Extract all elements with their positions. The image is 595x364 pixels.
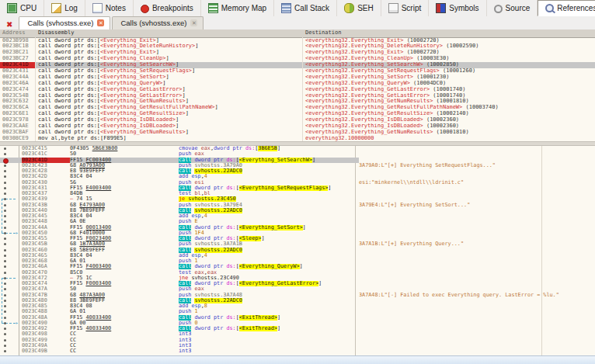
view-tab-breakpoints[interactable]: Breakpoints <box>134 0 201 16</box>
table-row[interactable]: 0023C6CAcall dword ptr ds:[<Everything_G… <box>0 105 595 111</box>
disasm-row[interactable]: 0023C47085C0test eax,eax <box>0 270 595 276</box>
table-row[interactable]: 0023CAAEcall dword ptr ds:[<Everything_I… <box>0 123 595 130</box>
instruction-dot-icon[interactable] <box>4 265 6 268</box>
breakpoint-gutter[interactable] <box>0 270 22 276</box>
instruction-dot-icon[interactable] <box>4 305 6 307</box>
view-tab-memory-map[interactable]: Memory Map <box>201 0 274 16</box>
view-tab-call-stack[interactable]: Call Stack <box>274 0 337 16</box>
breakpoint-gutter[interactable] <box>0 348 22 354</box>
instruction-dot-icon[interactable] <box>4 310 6 313</box>
doc-tab-0[interactable]: Calls (svhostss.exe)✕ <box>19 16 110 29</box>
disasm-row[interactable]: 0023C455FF15 F0023400call dword ptr ds:[… <box>0 236 595 241</box>
instruction-dot-icon[interactable] <box>4 283 6 285</box>
table-row[interactable]: 0023CBAFcall dword ptr ds:[<Everything_G… <box>0 130 595 136</box>
breakpoint-gutter[interactable] <box>0 338 22 343</box>
instruction-dot-icon[interactable] <box>4 192 6 195</box>
instruction-dot-icon[interactable] <box>4 237 6 240</box>
breakpoint-gutter[interactable] <box>0 213 22 219</box>
table-row[interactable]: 0023BC27call dword ptr ds:[<Everything_C… <box>0 56 595 62</box>
instruction-dot-icon[interactable] <box>4 249 6 251</box>
instruction-dot-icon[interactable] <box>4 288 6 290</box>
instruction-dot-icon[interactable] <box>4 210 6 212</box>
instruction-dot-icon[interactable] <box>4 243 6 245</box>
table-row[interactable]: 0023B998call dword ptr ds:[<Everything_E… <box>0 38 595 44</box>
instruction-dot-icon[interactable] <box>4 350 6 352</box>
column-header-destination[interactable]: Destination <box>303 29 595 37</box>
disasm-row[interactable]: 0023C472– 75 1Cjne svhostss.23C490 <box>0 276 595 281</box>
table-row[interactable]: 0023C431call dword ptr ds:[<Everything_S… <box>0 68 595 75</box>
disasm-row[interactable]: 0023C47B68 487A3A00push svhostss.3A7A483… <box>0 293 595 298</box>
disasm-row[interactable]: 0023C48AFF15 40033400call dword ptr ds:[… <box>0 315 595 321</box>
breakpoint-gutter[interactable] <box>0 241 22 247</box>
disasm-row[interactable]: 0023C431FF15 E4003400call dword ptr ds:[… <box>0 185 595 191</box>
disasm-row[interactable]: 0023C439– 74 15je svhostss.23C450 <box>0 196 595 202</box>
disasm-row[interactable]: 0023C42368 A0793A00push svhostss.3A79A03… <box>0 163 595 168</box>
disasm-row[interactable]: 0023C499CCint3 <box>0 338 595 343</box>
breakpoint-gutter[interactable] <box>0 208 22 213</box>
breakpoint-gutter[interactable] <box>0 264 22 269</box>
instruction-dot-icon[interactable] <box>4 272 6 274</box>
disasm-row[interactable]: 0023C46583C4 04add esp,4 <box>0 253 595 258</box>
instruction-dot-icon[interactable] <box>4 322 6 324</box>
instruction-dot-icon[interactable] <box>4 147 6 150</box>
disasm-row[interactable]: 0023C440E8 7BE9FEFFcall svhostss.22ADC0 <box>0 208 595 213</box>
disasm-row[interactable]: 0023C45068 F4010000push 1F4 <box>0 231 595 236</box>
instruction-dot-icon[interactable] <box>4 300 6 302</box>
table-row[interactable]: 0023C46Acall dword ptr ds:[<Everything_Q… <box>0 81 595 87</box>
breakpoint-gutter[interactable] <box>0 174 22 179</box>
disasm-row[interactable]: 0023C48583C4 08add esp,8 <box>0 303 595 309</box>
breakpoint-gutter[interactable] <box>0 343 22 348</box>
disasm-row[interactable]: 0023C498CCint3 <box>0 331 595 337</box>
table-row[interactable]: 0023C54Bcall dword ptr ds:[<Everything_G… <box>0 93 595 99</box>
table-row[interactable]: 0023BC21call dword ptr ds:[<Everything_E… <box>0 50 595 56</box>
disasm-row[interactable]: 0023C4906A 00push 0 <box>0 321 595 326</box>
breakpoint-gutter[interactable] <box>0 158 22 163</box>
disasm-row[interactable]: 0023C44583C4 04add esp,4 <box>0 213 595 219</box>
breakpoint-gutter[interactable] <box>0 276 22 281</box>
disasm-row[interactable]: 0023C4686A 01push 1 <box>0 258 595 264</box>
breakpoint-gutter[interactable] <box>0 203 22 208</box>
doc-tab-1[interactable]: Calls (svhostss.exe)✕ <box>112 16 204 29</box>
breakpoint-gutter[interactable] <box>0 253 22 258</box>
instruction-dot-icon[interactable] <box>4 198 6 200</box>
table-row[interactable]: 0023C474call dword ptr ds:[<Everything_G… <box>0 87 595 93</box>
instruction-dot-icon[interactable] <box>4 215 6 217</box>
disasm-row[interactable]: 0023C4150F4305 5B6E3B00cmovae eax,dword … <box>0 146 595 151</box>
breakpoint-gutter[interactable] <box>0 196 22 202</box>
disasm-row[interactable]: 0023C46AFF15 F4003400call dword ptr ds:[… <box>0 264 595 269</box>
instruction-dot-icon[interactable] <box>4 220 6 223</box>
disasm-row[interactable]: 0023C44AFF15 00013400call dword ptr ds:[… <box>0 225 595 231</box>
disasm-row[interactable]: 0023C4886A 01push 1 <box>0 309 595 314</box>
breakpoint-gutter[interactable] <box>0 303 22 309</box>
view-tab-log[interactable]: Log <box>44 0 85 16</box>
instruction-dot-icon[interactable] <box>4 170 6 172</box>
breakpoint-gutter[interactable] <box>0 151 22 157</box>
view-tab-seh[interactable]: SEH <box>337 0 381 16</box>
instruction-dot-icon[interactable] <box>4 227 6 229</box>
breakpoint-gutter[interactable] <box>0 225 22 231</box>
disasm-row[interactable]: 0023C492FF15 40033400call dword ptr ds:[… <box>0 326 595 331</box>
breakpoint-gutter[interactable] <box>0 326 22 331</box>
breakpoint-gutter[interactable] <box>0 248 22 253</box>
disasm-row[interactable]: 0023C49ACCint3 <box>0 343 595 348</box>
instruction-dot-icon[interactable] <box>4 339 6 341</box>
instruction-dot-icon[interactable] <box>4 232 6 234</box>
breakpoint-gutter[interactable] <box>0 191 22 196</box>
table-row[interactable]: 0023C632call dword ptr ds:[<Everything_G… <box>0 99 595 105</box>
view-tab-notes[interactable]: Notes <box>85 0 134 16</box>
table-row[interactable]: 0023C44Acall dword ptr ds:[<Everything_S… <box>0 75 595 81</box>
instruction-dot-icon[interactable] <box>4 345 6 347</box>
disasm-row[interactable]: 0023C49BCCint3 <box>0 348 595 354</box>
instruction-dot-icon[interactable] <box>4 260 6 262</box>
view-tab-source[interactable]: Source <box>487 0 538 16</box>
breakpoint-gutter[interactable] <box>0 185 22 191</box>
disasm-row[interactable]: 0023C45B68 1B7A3A00push svhostss.3A7A1B3… <box>0 241 595 247</box>
breakpoint-gutter[interactable] <box>0 298 22 303</box>
disasm-row[interactable]: 0023C4486A 0Epush E <box>0 219 595 224</box>
breakpoint-gutter[interactable] <box>0 286 22 292</box>
disasm-row[interactable]: 0023C43B68 E4793A00push svhostss.3A79E43… <box>0 203 595 208</box>
instruction-dot-icon[interactable] <box>4 255 6 257</box>
view-tab-cpu[interactable]: CPU <box>0 0 44 16</box>
breakpoint-gutter[interactable] <box>0 163 22 168</box>
disasm-row[interactable]: 0023C474FF15 F0003400call dword ptr ds:[… <box>0 281 595 286</box>
